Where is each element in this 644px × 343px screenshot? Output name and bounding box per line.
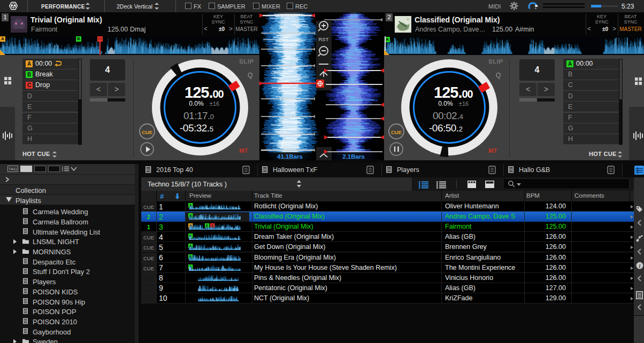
svg-text:±16: ±16 [459, 100, 469, 107]
svg-text:POISON KIDS: POISON KIDS [33, 288, 78, 296]
svg-text:41.1Bars: 41.1Bars [277, 153, 303, 160]
svg-text:Players: Players [33, 278, 56, 286]
svg-text:POISON 2010: POISON 2010 [33, 318, 77, 326]
svg-text:Carmela Wedding: Carmela Wedding [33, 208, 88, 216]
svg-text:2.1Bars: 2.1Bars [342, 153, 365, 160]
svg-text:-06:50.2: -06:50.2 [429, 122, 463, 134]
svg-text:00:02.4: 00:02.4 [433, 110, 463, 121]
svg-text:C: C [211, 224, 214, 228]
svg-text:01:17.0: 01:17.0 [183, 110, 214, 121]
svg-text:-05:32.5: -05:32.5 [180, 122, 213, 134]
svg-text:Despacito Etc: Despacito Etc [33, 258, 76, 266]
svg-text:Ultimate Wedding List: Ultimate Wedding List [33, 228, 101, 236]
svg-text:i: i [639, 263, 641, 269]
svg-text:POISON POP: POISON POP [33, 308, 76, 316]
svg-text:0.0%: 0.0% [438, 100, 453, 107]
svg-text:0.0%: 0.0% [189, 100, 204, 107]
svg-text:RST: RST [319, 36, 329, 42]
svg-text:POISON 90s Hip: POISON 90s Hip [33, 298, 85, 306]
svg-text:LNSML NIGHT: LNSML NIGHT [33, 238, 79, 246]
svg-text:±16: ±16 [210, 100, 219, 107]
svg-text:Sweden: Sweden [33, 338, 58, 343]
svg-text:Stuff I Don't Play 2: Stuff I Don't Play 2 [33, 268, 90, 276]
svg-text:Gayborhood: Gayborhood [33, 328, 71, 336]
svg-text:MORNINGS: MORNINGS [33, 248, 71, 256]
svg-text:29: 29 [407, 18, 410, 21]
svg-text:Carmela Ballroom: Carmela Ballroom [33, 218, 88, 226]
